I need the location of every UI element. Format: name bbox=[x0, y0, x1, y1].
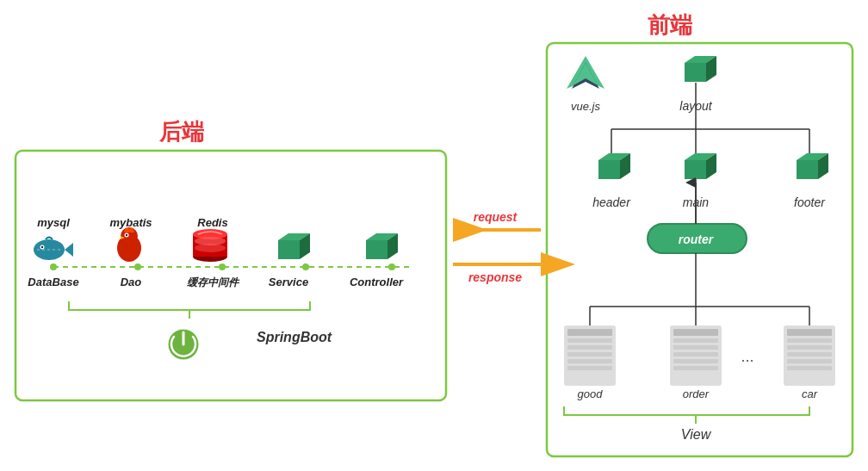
svg-marker-38 bbox=[572, 63, 599, 89]
svg-point-14 bbox=[121, 227, 138, 245]
footer-label: footer bbox=[794, 195, 826, 209]
router-label: router bbox=[679, 232, 715, 246]
mysql-icon bbox=[34, 238, 73, 261]
svg-marker-24 bbox=[278, 233, 310, 240]
svg-rect-79 bbox=[673, 338, 718, 343]
database-label: DataBase bbox=[28, 276, 78, 288]
svg-marker-50 bbox=[598, 153, 630, 160]
diagram-container: 后端 前端 bbox=[0, 0, 868, 471]
svg-marker-26 bbox=[278, 240, 300, 259]
svg-point-20 bbox=[193, 229, 227, 239]
svg-marker-9 bbox=[65, 243, 73, 257]
svg-point-10 bbox=[40, 245, 45, 250]
mybatis-label: mybatis bbox=[109, 216, 152, 229]
svg-marker-25 bbox=[300, 233, 310, 259]
svg-rect-84 bbox=[784, 325, 835, 386]
svg-marker-55 bbox=[706, 153, 716, 179]
svg-rect-77 bbox=[670, 325, 722, 386]
dao-icon bbox=[117, 227, 141, 262]
svg-rect-75 bbox=[567, 359, 612, 363]
cache-label: 缓存中间件 bbox=[187, 276, 240, 288]
svg-marker-52 bbox=[598, 160, 620, 179]
svg-marker-49 bbox=[598, 160, 620, 179]
main-label: main bbox=[683, 195, 710, 209]
header-label: header bbox=[592, 195, 631, 209]
svg-marker-43 bbox=[685, 63, 706, 82]
view-label: View bbox=[681, 427, 712, 442]
header-cube bbox=[598, 153, 630, 179]
main-svg: 后端 前端 bbox=[0, 0, 868, 471]
svg-point-32 bbox=[168, 329, 199, 360]
dao-label: Dao bbox=[121, 276, 142, 288]
svg-point-3 bbox=[50, 263, 57, 270]
svg-rect-73 bbox=[567, 345, 612, 350]
svg-marker-30 bbox=[366, 240, 388, 259]
response-label: response bbox=[468, 270, 522, 284]
svg-point-16 bbox=[126, 234, 127, 236]
svg-rect-71 bbox=[567, 329, 612, 336]
mysql-label: mysql bbox=[37, 216, 70, 229]
svg-rect-86 bbox=[787, 338, 832, 343]
svg-point-18 bbox=[193, 251, 227, 262]
controller-cube bbox=[366, 233, 398, 259]
svg-rect-83 bbox=[673, 366, 718, 370]
svg-marker-57 bbox=[797, 160, 818, 179]
svg-point-22 bbox=[195, 244, 226, 252]
main-cube bbox=[685, 153, 716, 179]
svg-point-7 bbox=[388, 263, 395, 270]
svg-rect-76 bbox=[567, 366, 612, 370]
svg-marker-42 bbox=[706, 56, 716, 82]
backend-title: 后端 bbox=[158, 119, 204, 145]
springboot-icon bbox=[168, 329, 199, 360]
svg-point-5 bbox=[219, 263, 226, 270]
svg-rect-0 bbox=[16, 151, 446, 400]
svg-marker-54 bbox=[685, 153, 716, 160]
service-label: Service bbox=[269, 276, 308, 288]
svg-rect-81 bbox=[673, 352, 718, 356]
svg-rect-78 bbox=[673, 329, 718, 336]
svg-marker-56 bbox=[685, 160, 706, 179]
svg-rect-88 bbox=[787, 352, 832, 356]
layout-cube bbox=[685, 56, 716, 82]
svg-rect-19 bbox=[193, 234, 227, 257]
svg-marker-51 bbox=[620, 153, 630, 179]
request-label: request bbox=[474, 210, 518, 224]
svg-marker-39 bbox=[574, 63, 598, 85]
svg-marker-27 bbox=[366, 240, 388, 259]
svg-marker-59 bbox=[818, 153, 828, 179]
car-label: car bbox=[802, 387, 818, 400]
svg-rect-74 bbox=[567, 352, 612, 356]
svg-marker-17 bbox=[121, 236, 125, 239]
service-cube bbox=[278, 233, 310, 259]
svg-point-21 bbox=[195, 237, 226, 245]
layout-label: layout bbox=[679, 99, 712, 113]
controller-label: Controller bbox=[350, 276, 404, 288]
vuejs-label: vue.js bbox=[571, 100, 600, 113]
svg-rect-62 bbox=[648, 224, 747, 253]
svg-rect-85 bbox=[787, 329, 832, 336]
svg-point-15 bbox=[125, 233, 129, 238]
footer-cube bbox=[797, 153, 828, 179]
svg-marker-60 bbox=[797, 160, 818, 179]
frontend-title: 前端 bbox=[648, 12, 692, 38]
vuejs-logo bbox=[567, 56, 604, 89]
svg-point-4 bbox=[134, 263, 141, 270]
ellipsis-label: ... bbox=[741, 348, 753, 365]
springboot-label: SpringBoot bbox=[257, 330, 332, 344]
svg-rect-80 bbox=[673, 345, 718, 350]
svg-rect-70 bbox=[564, 325, 616, 386]
redis-label: Redis bbox=[197, 216, 227, 229]
svg-marker-28 bbox=[366, 233, 398, 240]
svg-rect-90 bbox=[787, 366, 832, 370]
svg-rect-87 bbox=[787, 345, 832, 350]
svg-marker-58 bbox=[797, 153, 828, 160]
order-label: order bbox=[683, 387, 710, 400]
svg-point-8 bbox=[34, 239, 65, 260]
good-label: good bbox=[578, 387, 604, 400]
svg-marker-37 bbox=[567, 56, 604, 89]
svg-marker-40 bbox=[685, 63, 706, 82]
svg-marker-23 bbox=[278, 240, 300, 259]
svg-rect-1 bbox=[547, 43, 852, 456]
redis-icon bbox=[193, 229, 227, 262]
svg-point-11 bbox=[41, 246, 43, 248]
